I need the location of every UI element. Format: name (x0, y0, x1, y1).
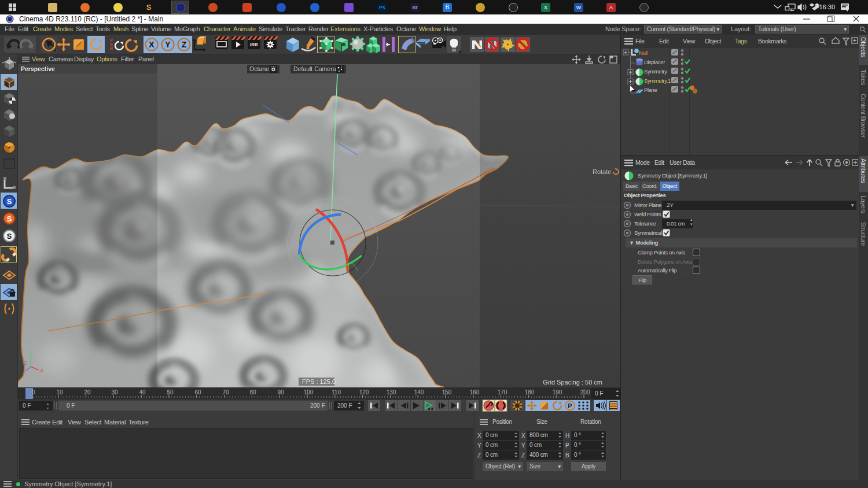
svg-text:130: 130 (387, 389, 396, 395)
svg-text:180: 180 (525, 389, 535, 395)
svg-text:P: P (568, 402, 572, 409)
svg-text:Z: Z (24, 360, 27, 366)
svg-text:50: 50 (167, 389, 174, 395)
svg-text:30: 30 (111, 389, 118, 395)
svg-text:▾: ▾ (47, 406, 49, 410)
svg-text:Grid Spacing : 50 cm: Grid Spacing : 50 cm (543, 379, 602, 386)
svg-text:200 F: 200 F (337, 402, 352, 409)
svg-text:IRR: IRR (250, 42, 258, 47)
svg-text:S: S (7, 215, 12, 223)
svg-text:190: 190 (553, 389, 562, 395)
svg-text:200 F: 200 F (310, 402, 325, 409)
svg-text:S: S (7, 232, 12, 241)
svg-text:Y: Y (165, 40, 171, 49)
svg-text:70: 70 (222, 389, 229, 395)
svg-text:Perspective: Perspective (21, 65, 55, 72)
svg-text:90: 90 (277, 389, 284, 395)
svg-text:P: P (110, 38, 113, 42)
svg-text:S: S (110, 42, 113, 46)
svg-text:Rotate: Rotate (593, 168, 611, 175)
svg-text:▴: ▴ (47, 402, 49, 405)
svg-text:100: 100 (304, 389, 314, 395)
svg-text:0 F: 0 F (67, 402, 75, 409)
svg-text:0 F: 0 F (23, 402, 31, 409)
svg-text:200: 200 (580, 389, 590, 395)
svg-text:0: 0 (32, 389, 35, 395)
svg-text:0 F: 0 F (595, 390, 603, 397)
svg-text:150: 150 (442, 389, 452, 395)
svg-text:Y: Y (29, 352, 32, 357)
svg-text:170: 170 (498, 389, 507, 395)
svg-text:40: 40 (139, 389, 146, 395)
svg-text:Z: Z (182, 40, 187, 49)
svg-text:140: 140 (414, 389, 424, 395)
svg-text:Default Camera: Default Camera (293, 65, 336, 72)
svg-text:S: S (7, 197, 12, 206)
svg-text:FPS : 125.0: FPS : 125.0 (302, 378, 336, 385)
svg-text:20: 20 (84, 389, 91, 395)
svg-text:80: 80 (249, 389, 256, 395)
svg-text:120: 120 (359, 389, 369, 395)
svg-text:X: X (40, 368, 43, 374)
svg-text:10: 10 (56, 389, 63, 395)
svg-text:Octane: Octane (249, 65, 269, 72)
svg-text:X: X (149, 40, 155, 49)
svg-text:160: 160 (470, 389, 480, 395)
svg-text:60: 60 (194, 389, 201, 395)
svg-text:R: R (110, 46, 113, 50)
svg-text:110: 110 (332, 389, 341, 395)
